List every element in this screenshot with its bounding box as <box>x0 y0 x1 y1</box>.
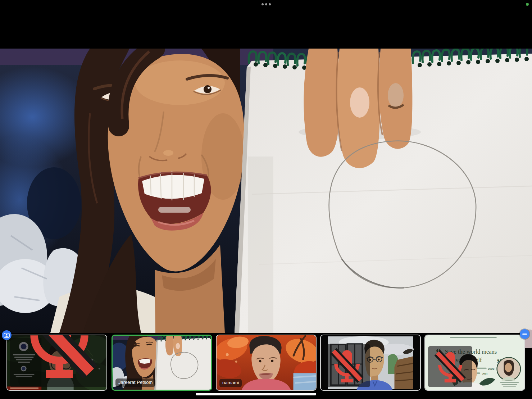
svg-text:AM): AM) <box>482 372 488 375</box>
switch-view-button[interactable] <box>2 330 12 340</box>
speaker-video-scene <box>0 49 532 333</box>
mic-muted-icon <box>13 335 106 386</box>
home-indicator-bar[interactable] <box>196 393 316 395</box>
participant-thumbnail-3[interactable]: namami <box>216 335 317 391</box>
more-options-button[interactable] <box>262 3 271 5</box>
minus-icon <box>522 334 527 335</box>
main-speaker-video[interactable] <box>0 49 532 333</box>
participant-name-label: ปรมะ DCL 5/65 <box>428 346 472 387</box>
ellipsis-icon <box>262 3 264 5</box>
mic-muted-icon <box>431 347 469 386</box>
participant-name-label: namami <box>219 379 242 387</box>
status-indicator-dot <box>526 3 529 6</box>
hide-thumbnails-button[interactable] <box>520 329 529 339</box>
participant-thumbnail-4[interactable]: ธนพนธ์ บิลโภชน์ <box>320 335 421 391</box>
participant-thumbnail-1[interactable]: สมาคมการศึกษาตลอดชีวิตและส่งเสริมกระบวนก… <box>6 335 107 391</box>
participant-name-label: สมาคมการศึกษาตลอดชีวิตและส่งเสริมกระบวนก… <box>10 335 107 387</box>
mic-muted-icon <box>327 345 367 386</box>
participant-name-label: ธนพนธ์ บิลโภชน์ <box>324 344 370 387</box>
svg-text:2022: 2022 <box>488 368 495 371</box>
participant-name-label: Jareerat Petsom <box>115 378 155 387</box>
ellipsis-icon <box>265 3 267 5</box>
ellipsis-icon <box>269 3 271 5</box>
participant-thumbnail-5[interactable]: “ Save the world means save yourself ” 2… <box>424 335 525 391</box>
speaker-view-icon <box>4 333 10 338</box>
participant-thumbnail-2-active-speaker[interactable]: Jareerat Petsom <box>112 335 212 391</box>
